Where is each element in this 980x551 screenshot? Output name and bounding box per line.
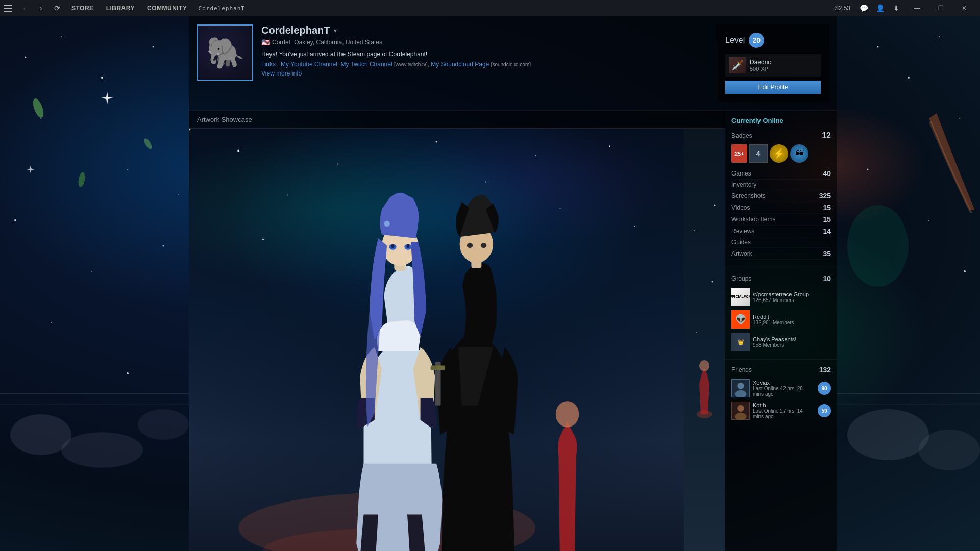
- community-link[interactable]: COMMUNITY: [141, 0, 193, 16]
- level-label: Level: [725, 36, 745, 45]
- svg-point-0: [25, 57, 27, 58]
- badge-lightning[interactable]: ⚡: [770, 144, 788, 163]
- guides-row[interactable]: Guides: [731, 237, 831, 248]
- badges-label: Badges: [731, 132, 820, 139]
- online-status: Currently Online: [725, 111, 837, 127]
- group-reddit-info: Reddit 132,961 Members: [753, 314, 831, 325]
- right-panel: Currently Online Badges 12 25+ 4 ⚡ 🕶: [725, 111, 837, 551]
- restore-button[interactable]: ❐: [929, 0, 952, 16]
- titlebar-nav-links: STORE LIBRARY COMMUNITY: [65, 0, 193, 16]
- svg-point-72: [867, 169, 869, 170]
- minimize-button[interactable]: —: [905, 0, 929, 16]
- svg-point-71: [959, 118, 960, 119]
- svg-point-19: [138, 409, 189, 440]
- artwork-stat-label: Artwork: [731, 250, 823, 257]
- svg-point-74: [964, 270, 966, 272]
- svg-point-69: [939, 36, 940, 37]
- profile-avatar: [197, 24, 253, 81]
- close-button[interactable]: ✕: [952, 0, 976, 16]
- svg-point-60: [712, 281, 713, 283]
- svg-point-1: [61, 36, 62, 37]
- hamburger-menu[interactable]: [0, 0, 16, 16]
- videos-row[interactable]: Videos 15: [731, 202, 831, 214]
- library-link[interactable]: LIBRARY: [100, 0, 141, 16]
- svg-point-4: [153, 46, 154, 48]
- friend-kotb-level: 59: [818, 404, 831, 417]
- nav-back-button[interactable]: ‹: [16, 0, 33, 16]
- links-label: Links: [261, 61, 276, 68]
- friends-icon[interactable]: 👤: [873, 1, 887, 15]
- svg-point-66: [737, 405, 744, 412]
- profile-panel: CordelephanT ▾ 🇺🇸 Cordel Oakley, Califor…: [189, 16, 837, 551]
- friend-xeviax[interactable]: Xeviax Last Online 42 hrs, 28 mins ago 9…: [731, 377, 831, 399]
- youtube-link[interactable]: My Youtube Channel: [281, 61, 337, 68]
- username-dropdown[interactable]: ▾: [334, 27, 337, 34]
- view-more-link[interactable]: View more info: [261, 70, 708, 77]
- svg-point-76: [847, 409, 929, 460]
- soundcloud-link[interactable]: My Soundcloud Page: [431, 61, 489, 68]
- twitch-link[interactable]: My Twitch Channel: [340, 61, 392, 68]
- below-header: Artwork Showcase: [189, 111, 837, 551]
- inventory-row[interactable]: Inventory: [731, 180, 831, 190]
- svg-point-10: [127, 372, 129, 374]
- videos-label: Videos: [731, 204, 823, 211]
- artwork-row[interactable]: Artwork 35: [731, 248, 831, 260]
- svg-point-75: [847, 205, 909, 287]
- country-flag: 🇺🇸: [261, 38, 270, 46]
- groups-label: Groups: [731, 275, 823, 282]
- screenshots-label: Screenshots: [731, 192, 819, 199]
- profile-bio: Heya! You've just arrived at the Steam p…: [261, 51, 708, 58]
- group-pcmr[interactable]: OFFICIAL PCMR /r/pcmasterrace Group 126,…: [731, 286, 831, 308]
- avatar-image: [198, 26, 252, 80]
- guides-label: Guides: [731, 239, 831, 246]
- right-decoration: [837, 16, 980, 551]
- pcmr-logo: OFFICIAL PCMR: [731, 288, 750, 306]
- edit-profile-button[interactable]: Edit Profile: [725, 81, 821, 94]
- friend-kotb-status: Last Online 27 hrs, 14 mins ago: [753, 408, 815, 419]
- svg-point-9: [51, 322, 52, 323]
- profile-info: CordelephanT ▾ 🇺🇸 Cordel Oakley, Califor…: [261, 24, 708, 102]
- content-area: CordelephanT ▾ 🇺🇸 Cordel Oakley, Califor…: [0, 16, 980, 551]
- svg-point-15: [77, 171, 86, 188]
- badges-count: 12: [822, 131, 831, 140]
- badge-name: Daedric: [750, 59, 817, 66]
- badge-sunglasses[interactable]: 🕶: [790, 144, 808, 163]
- nav-forward-button[interactable]: ›: [33, 0, 49, 16]
- svg-point-73: [928, 220, 929, 221]
- svg-point-11: [178, 194, 179, 195]
- right-deco-svg: [837, 16, 980, 551]
- group-pcmr-members: 126,657 Members: [753, 297, 831, 303]
- reddit-logo: 👽: [731, 310, 750, 329]
- divider2: [725, 359, 837, 360]
- app-logo: CordelephanT: [193, 5, 250, 12]
- badge-25plus[interactable]: 25+: [731, 144, 747, 163]
- group-reddit[interactable]: 👽 Reddit 132,961 Members: [731, 308, 831, 331]
- friend-xeviax-name: Xeviax: [753, 380, 815, 386]
- profile-links: Links My Youtube Channel, My Twitch Chan…: [261, 61, 708, 68]
- friend-kotb[interactable]: Kot b Last Online 27 hrs, 14 mins ago 59: [731, 399, 831, 422]
- games-row[interactable]: Games 40: [731, 168, 831, 180]
- nav-refresh-button[interactable]: ⟳: [49, 0, 65, 16]
- download-icon[interactable]: ⬇: [889, 1, 903, 15]
- reviews-count: 14: [823, 227, 831, 235]
- screenshots-row[interactable]: Screenshots 325: [731, 190, 831, 202]
- badges-row: Badges 12: [731, 131, 831, 140]
- online-label: Currently Online: [731, 117, 783, 124]
- friend-xeviax-info: Xeviax Last Online 42 hrs, 28 mins ago: [753, 380, 815, 397]
- badge-daedric: 🗡️ Daedric 500 XP: [725, 54, 821, 77]
- games-count: 40: [823, 169, 831, 178]
- group-chay-name: Chay's Peasents!: [753, 336, 831, 342]
- svg-point-2: [101, 77, 103, 79]
- chat-icon[interactable]: 💬: [856, 1, 871, 15]
- reviews-row[interactable]: Reviews 14: [731, 226, 831, 237]
- badge-level4[interactable]: 4: [749, 144, 768, 163]
- workshop-row[interactable]: Workshop Items 15: [731, 214, 831, 226]
- divider1: [725, 268, 837, 268]
- friends-section: Friends 132 Xeviax Last Online 42 hrs, 2…: [725, 364, 837, 424]
- wallet-display[interactable]: $2.53: [831, 5, 854, 12]
- artwork-section: Artwork Showcase: [189, 111, 725, 551]
- group-chay[interactable]: 👑 Chay's Peasents! 958 Members: [731, 331, 831, 353]
- hamburger-line1: [4, 5, 12, 6]
- store-link[interactable]: STORE: [65, 0, 100, 16]
- titlebar-menu: ‹ › ⟳ STORE LIBRARY COMMUNITY Cordelepha…: [0, 0, 831, 16]
